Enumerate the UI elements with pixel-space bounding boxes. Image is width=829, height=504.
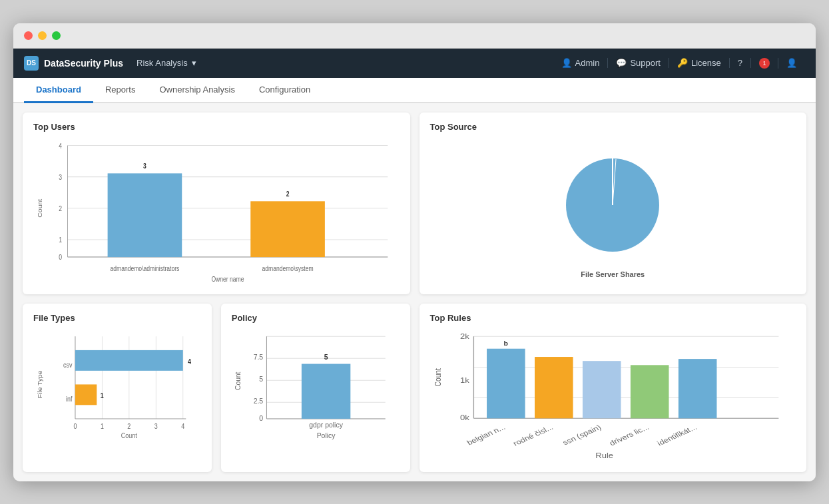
- header-right: 👤 Admin 💬 Support 🔑 License ? 1 👤: [553, 58, 805, 69]
- svg-rect-69: [487, 348, 525, 418]
- license-action[interactable]: 🔑 License: [669, 58, 730, 68]
- bottom-left-grid: File Types File Type: [23, 304, 410, 472]
- svg-text:File Type: File Type: [36, 370, 43, 398]
- file-types-title: File Types: [33, 313, 201, 323]
- svg-text:0: 0: [259, 415, 263, 422]
- close-button[interactable]: [24, 31, 33, 40]
- svg-text:2k: 2k: [460, 332, 469, 340]
- svg-text:Count: Count: [121, 431, 137, 439]
- svg-text:2: 2: [59, 204, 62, 212]
- svg-text:3: 3: [143, 162, 146, 170]
- top-users-chart: 4 3 2 1 0 Count 3 admandemo\administrat: [33, 138, 400, 285]
- svg-rect-39: [75, 350, 183, 370]
- license-label: License: [691, 58, 721, 68]
- user-icon: 👤: [786, 58, 797, 68]
- svg-rect-13: [108, 173, 182, 257]
- tab-reports[interactable]: Reports: [93, 78, 148, 103]
- svg-text:1: 1: [101, 391, 105, 399]
- svg-rect-16: [250, 201, 325, 257]
- tab-configuration[interactable]: Configuration: [247, 78, 322, 103]
- svg-text:0k: 0k: [460, 413, 469, 421]
- svg-text:3: 3: [59, 172, 62, 180]
- svg-rect-55: [302, 364, 350, 418]
- notification-action[interactable]: 1: [751, 58, 778, 69]
- top-source-chart: File Server Shares: [430, 138, 796, 285]
- svg-text:7.5: 7.5: [253, 354, 263, 361]
- policy-card: Policy Count: [221, 304, 410, 472]
- svg-rect-71: [535, 357, 573, 418]
- svg-text:admandemo\administrators: admandemo\administrators: [110, 264, 179, 272]
- support-label: Support: [630, 58, 661, 68]
- svg-text:4: 4: [181, 422, 185, 430]
- svg-text:Policy: Policy: [316, 431, 336, 439]
- file-types-card: File Types File Type: [23, 304, 212, 472]
- app-window: DS DataSecurity Plus Risk Analysis ▾ 👤 A…: [13, 23, 816, 481]
- svg-text:0: 0: [73, 422, 77, 430]
- title-bar: [13, 23, 816, 49]
- svg-text:2: 2: [286, 190, 290, 198]
- top-users-card: Top Users 4 3 2 1 0: [23, 113, 410, 294]
- svg-text:5: 5: [324, 354, 328, 361]
- svg-text:belgian n...: belgian n...: [465, 423, 507, 446]
- svg-text:0: 0: [59, 253, 62, 261]
- nav-bar: Dashboard Reports Ownership Analysis Con…: [13, 78, 816, 103]
- top-rules-title: Top Rules: [430, 313, 796, 323]
- svg-text:rodné čisl...: rodné čisl...: [511, 423, 554, 447]
- top-source-title: Top Source: [430, 122, 796, 132]
- top-users-title: Top Users: [33, 122, 400, 132]
- svg-text:4: 4: [188, 357, 192, 365]
- svg-text:csv: csv: [63, 361, 73, 369]
- user-action[interactable]: 👤: [778, 58, 805, 68]
- svg-text:1: 1: [101, 422, 104, 430]
- top-source-card: Top Source File Server Shares: [419, 113, 807, 294]
- main-content: Top Users 4 3 2 1 0: [13, 103, 816, 481]
- maximize-button[interactable]: [52, 31, 61, 40]
- svg-rect-74: [678, 359, 716, 418]
- svg-text:Owner name: Owner name: [211, 274, 244, 282]
- svg-rect-72: [582, 361, 621, 418]
- admin-label: Admin: [575, 58, 600, 68]
- svg-text:3: 3: [154, 422, 158, 430]
- tab-ownership-analysis[interactable]: Ownership Analysis: [147, 78, 246, 103]
- svg-text:ssn (spain): ssn (spain): [561, 423, 603, 446]
- svg-text:5: 5: [259, 376, 263, 383]
- admin-icon: 👤: [561, 58, 572, 68]
- brand: DS DataSecurity Plus: [24, 56, 123, 71]
- svg-text:Count: Count: [432, 368, 441, 386]
- brand-icon: DS: [24, 56, 39, 71]
- brand-name: DataSecurity Plus: [44, 58, 123, 69]
- svg-text:inf: inf: [66, 395, 73, 403]
- app-header: DS DataSecurity Plus Risk Analysis ▾ 👤 A…: [13, 49, 816, 78]
- svg-text:gdpr policy: gdpr policy: [309, 421, 343, 429]
- help-action[interactable]: ?: [730, 58, 751, 68]
- dropdown-icon: ▾: [192, 58, 196, 68]
- svg-text:Rule: Rule: [595, 451, 613, 459]
- svg-text:2: 2: [127, 422, 131, 430]
- svg-text:b: b: [503, 340, 508, 346]
- admin-action[interactable]: 👤 Admin: [553, 58, 609, 68]
- minimize-button[interactable]: [38, 31, 47, 40]
- module-selector[interactable]: Risk Analysis ▾: [137, 58, 196, 68]
- notification-badge: 1: [759, 58, 770, 69]
- support-action[interactable]: 💬 Support: [608, 58, 669, 68]
- svg-text:Count: Count: [234, 372, 241, 390]
- license-icon: 🔑: [677, 58, 688, 68]
- help-icon: ?: [738, 58, 742, 68]
- svg-text:identifikát...: identifikát...: [655, 423, 698, 447]
- policy-chart: Count 0 2.5 5 7.5 5 gdpr policy Policy: [232, 330, 400, 443]
- svg-text:admandemo\system: admandemo\system: [262, 264, 313, 272]
- svg-text:Count: Count: [37, 198, 43, 217]
- svg-text:4: 4: [59, 141, 62, 149]
- svg-text:drivers lic...: drivers lic...: [607, 423, 651, 447]
- module-name: Risk Analysis: [137, 58, 188, 68]
- top-rules-card: Top Rules Count 0k 1k 2k: [419, 304, 807, 472]
- svg-rect-73: [630, 365, 669, 418]
- svg-text:1: 1: [59, 236, 62, 244]
- tab-dashboard[interactable]: Dashboard: [24, 78, 93, 103]
- policy-title: Policy: [232, 313, 400, 323]
- file-types-chart: File Type 0 1 2 3 4 Count csv inf: [33, 330, 201, 443]
- support-icon: 💬: [616, 58, 627, 68]
- header-left: DS DataSecurity Plus Risk Analysis ▾: [24, 56, 196, 71]
- svg-text:1k: 1k: [460, 376, 469, 383]
- svg-text:2.5: 2.5: [253, 397, 263, 405]
